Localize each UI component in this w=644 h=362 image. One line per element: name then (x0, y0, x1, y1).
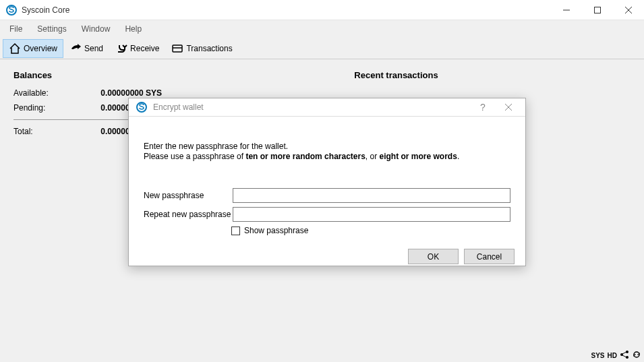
network-icon (620, 350, 629, 361)
tab-label: Transactions (186, 44, 232, 53)
svg-line-14 (622, 355, 626, 357)
form-area: New passphrase Repeat new passphrase Sho… (144, 188, 510, 235)
dialog-buttons: OK Cancel (129, 242, 525, 274)
ok-button[interactable]: OK (408, 249, 459, 264)
repeat-passphrase-row: Repeat new passphrase (144, 207, 510, 222)
home-icon (9, 42, 21, 55)
menu-settings[interactable]: Settings (30, 22, 73, 36)
window-titlebar: Syscoin Core (0, 0, 644, 20)
new-passphrase-label: New passphrase (144, 191, 233, 200)
status-bar: SYS HD (0, 349, 644, 362)
sync-icon (632, 350, 641, 361)
cancel-button[interactable]: Cancel (464, 249, 515, 264)
app-icon (5, 4, 18, 16)
encrypt-wallet-dialog: Encrypt wallet ? Enter the new passphras… (128, 98, 526, 266)
dialog-close-button[interactable] (498, 98, 519, 116)
new-passphrase-row: New passphrase (144, 188, 510, 203)
tab-overview[interactable]: Overview (3, 39, 63, 58)
svg-line-13 (622, 352, 626, 354)
balances-heading: Balances (13, 70, 162, 80)
close-button[interactable] (613, 0, 644, 20)
send-icon (69, 42, 82, 55)
window-title: Syscoin Core (22, 5, 69, 15)
instruction-1: Enter the new passphrase for the wallet. (144, 142, 510, 151)
tab-label: Receive (130, 44, 159, 53)
show-passphrase-label: Show passphrase (244, 226, 308, 235)
tab-send[interactable]: Send (63, 39, 109, 58)
new-passphrase-input[interactable] (233, 188, 510, 203)
app-icon (136, 101, 148, 113)
dialog-help-button[interactable]: ? (473, 98, 493, 116)
toolbar: Overview Send Receive Transactions (0, 38, 644, 59)
instruction-2: Please use a passphrase of ten or more r… (144, 152, 510, 161)
balance-label: Total: (13, 127, 33, 136)
recent-heading: Recent transactions (162, 70, 631, 80)
tab-receive[interactable]: Receive (109, 39, 165, 58)
balance-label: Pending: (13, 103, 45, 113)
minimize-button[interactable] (551, 0, 582, 20)
repeat-passphrase-input[interactable] (233, 207, 510, 222)
status-hd: HD (608, 352, 617, 359)
svg-rect-5 (173, 45, 182, 52)
balance-value: 0.00000000 SYS (100, 88, 162, 98)
menu-file[interactable]: File (3, 22, 29, 36)
menu-window[interactable]: Window (75, 22, 117, 36)
maximize-button[interactable] (582, 0, 613, 20)
tab-transactions[interactable]: Transactions (165, 39, 238, 58)
tab-label: Send (84, 44, 103, 53)
menu-help[interactable]: Help (118, 22, 148, 36)
window-controls (551, 0, 644, 20)
titlebar-left: Syscoin Core (0, 4, 69, 16)
show-passphrase-row: Show passphrase (231, 226, 510, 235)
svg-rect-2 (595, 7, 601, 13)
show-passphrase-checkbox[interactable] (231, 227, 240, 235)
balance-label: Available: (13, 88, 49, 98)
dialog-title: Encrypt wallet (153, 102, 467, 112)
receive-icon (115, 42, 127, 55)
menu-bar: File Settings Window Help (0, 20, 644, 38)
dialog-body: Enter the new passphrase for the wallet.… (129, 117, 525, 242)
dialog-titlebar: Encrypt wallet ? (129, 98, 525, 117)
transactions-icon (171, 42, 183, 55)
tab-label: Overview (24, 44, 57, 53)
repeat-passphrase-label: Repeat new passphrase (144, 210, 233, 219)
status-currency: SYS (591, 352, 605, 359)
